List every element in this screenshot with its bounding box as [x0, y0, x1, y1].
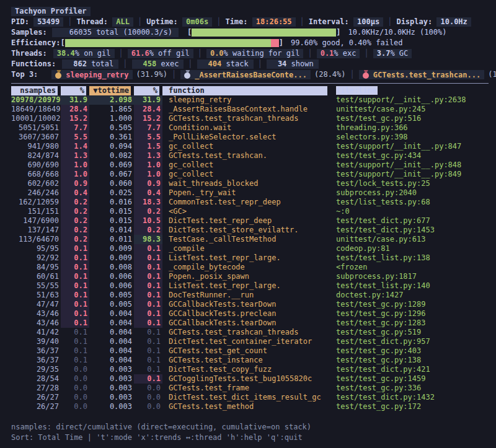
file-line: test/test_dict.py:957 [336, 337, 489, 346]
header-nsamples[interactable]: nsamples [11, 86, 58, 95]
functions-row: Functions: 862 total │ 458 exec │ 404 st… [11, 59, 496, 69]
shown-value: 34 [278, 59, 286, 68]
top3-item-2[interactable]: _AssertRaisesBaseConte... [180, 70, 311, 79]
table-row[interactable]: 51/630.10.0050.1DocTestRunner.__rundocte… [11, 291, 489, 300]
function-name: GCTests.test_trashcan_threads [162, 114, 336, 123]
pct-cumulative: 10.5 [134, 216, 162, 226]
pid-value: 53499 [33, 17, 63, 27]
pct-cumulative: 0.1 [134, 263, 162, 272]
tottime: 0.005 [89, 300, 134, 309]
table-row[interactable]: 84/950.10.0080.1_compile_bytecode<frozen… [11, 263, 489, 272]
nsamples: 43/46 [11, 309, 61, 318]
pct-cumulative: 0.1 [134, 244, 162, 253]
top3-pct-3: (15.2%) [488, 69, 496, 80]
table-row[interactable]: 43/460.10.0040.1GCCallbackTests.preclean… [11, 309, 489, 318]
function-name: gc_collect [162, 142, 336, 151]
table-row[interactable]: 28/540.00.0030.1GCTogglingTests.test_bug… [11, 374, 489, 384]
pct-direct: 0.1 [61, 318, 89, 328]
top3-item-1[interactable]: sleeping_retry [51, 70, 132, 79]
exec-value: 458 [143, 59, 157, 68]
table-row[interactable]: 29/350.00.0030.1DictTest.test_copy_fuzzt… [11, 365, 489, 374]
table-row[interactable]: 668/6681.00.0671.0gc_collecttest/support… [11, 170, 489, 179]
tottime: 0.082 [89, 151, 134, 160]
table-row[interactable]: 147/69000.20.01510.5DictTest.test_repr_d… [11, 216, 489, 226]
table-row[interactable]: 39/400.10.0040.1DictTest.test_container_… [11, 337, 489, 346]
separator: │ [388, 17, 392, 27]
table-row[interactable]: 137/1470.20.0140.2DictTest.test_store_ev… [11, 226, 489, 235]
title-bar: Tachyon Profiler [11, 6, 496, 17]
pct-direct: 1.0 [61, 160, 89, 170]
table-header: nsamples % ▼tottime % function file:line [11, 86, 489, 95]
table-row[interactable]: 5051/50517.70.5057.7Condition.waitthread… [11, 123, 489, 133]
pct-cumulative: 0.0 [134, 393, 162, 402]
table-row[interactable]: 20978/2097931.92.09831.9sleeping_retryte… [11, 95, 489, 105]
table-row[interactable]: 941/9801.40.0941.5gc_collecttest/support… [11, 142, 489, 151]
separator: │ [308, 48, 312, 59]
table-row[interactable]: 36/370.10.0040.1GCTests.test_instancetes… [11, 356, 489, 365]
header-pct-direct[interactable]: % [61, 86, 86, 95]
thread-value[interactable]: ALL [112, 17, 133, 27]
table-row[interactable]: 27/280.00.0030.0GCTests.test_frametest/t… [11, 384, 489, 393]
table-row[interactable]: 690/6901.00.0691.0gc_collecttest/support… [11, 160, 489, 170]
pct-direct: 0.2 [61, 235, 89, 244]
samples-row: Samples: 66035 total (10000.3/s) [ ] 10.… [11, 27, 496, 38]
file-line: test/test_gc.py:172 [336, 402, 489, 411]
table-row[interactable]: 55/550.10.0060.1ListTest.test_repr_large… [11, 281, 489, 291]
separator: │ [172, 69, 176, 80]
table-row[interactable]: 113/646700.20.01198.3TestCase._callTestM… [11, 235, 489, 244]
top3-item-3[interactable]: GCTests.test_trashcan... [359, 70, 484, 79]
table-row[interactable]: 36/370.10.0040.1GCTests.test_get_countte… [11, 346, 489, 356]
separator: │ [364, 48, 368, 59]
table-row[interactable]: 26/270.00.0030.0DictTest.test_dict_items… [11, 393, 489, 402]
threads-waiting: 0.0% waiting for gil [206, 49, 304, 58]
nsamples: 95/95 [11, 244, 61, 253]
separator: │ [119, 48, 123, 59]
header-pct-cumulative[interactable]: % [134, 86, 159, 95]
table-row[interactable]: 3607/36075.50.3615.5_PollLikeSelector.se… [11, 133, 489, 142]
nsamples: 246/246 [11, 188, 61, 198]
tottime: 0.067 [89, 170, 134, 179]
table-row[interactable]: 246/2460.40.0250.4Popen._try_waitsubproc… [11, 188, 489, 198]
table-body: 20978/2097931.92.09831.9sleeping_retryte… [11, 95, 489, 411]
function-name: Popen._try_wait [162, 188, 336, 198]
top3-label: Top 3: [11, 69, 38, 80]
tottime: 0.004 [89, 328, 134, 337]
pct-direct: 0.1 [61, 300, 89, 309]
off-gil-suffix: % off gil [149, 49, 190, 58]
nsamples: 10001/10002 [11, 114, 61, 123]
table-row[interactable]: 60/610.10.0060.1Popen._posix_spawnsubpro… [11, 272, 489, 281]
function-name: DictTest.test_repr_deep [162, 216, 336, 226]
table-row[interactable]: 41/420.10.0040.1GCTests.test_trashcan_th… [11, 328, 489, 337]
table-row[interactable]: 92/920.10.0090.1ListTest.test_repr_large… [11, 253, 489, 263]
table-row[interactable]: 95/950.10.0090.1_compilecodeop.py:81 [11, 244, 489, 253]
header-file-line[interactable]: file:line [336, 86, 489, 95]
pct-direct: 0.1 [61, 244, 89, 253]
gc-value: 3.7 [377, 49, 391, 58]
function-name: ListTest.test_repr_large.<locals>.check [162, 281, 336, 291]
table-row[interactable]: 162/120590.20.01618.3CommonTest.test_rep… [11, 198, 489, 207]
table-row[interactable]: 602/6020.90.0600.9wait_threads_blockedte… [11, 179, 489, 188]
pct-direct: 0.2 [61, 207, 89, 216]
file-line: test/test_list.py:140 [336, 281, 489, 291]
pct-direct: 5.5 [61, 133, 89, 142]
table-row[interactable]: 824/8741.30.0821.3GCTests.test_trashcan.… [11, 151, 489, 160]
file-line: test/test_dict.py:1453 [336, 226, 489, 235]
file-line: threading.py:366 [336, 123, 489, 133]
efficiency-result: 99.60% good, 0.40% failed [291, 38, 403, 48]
file-line: test/test_dict.py:677 [336, 216, 489, 226]
table-row[interactable]: 10001/1000215.21.00015.2GCTests.test_tra… [11, 114, 489, 123]
table-row[interactable]: 47/470.10.0050.1GCCallbackTests.tearDown… [11, 300, 489, 309]
header-tottime-sorted[interactable]: ▼tottime [89, 86, 131, 95]
header-function[interactable]: function [162, 86, 327, 95]
uptime-label: Uptime: [146, 17, 178, 27]
functions-exec: 458 exec [132, 59, 184, 69]
function-name: DictTest.test_copy_fuzz [162, 365, 336, 374]
table-row[interactable]: 26/270.00.0030.0GCTests.test_methodtest/… [11, 402, 489, 411]
table-row[interactable]: 18649/1864928.41.86528.4_AssertRaisesBas… [11, 105, 489, 114]
file-line: doctest.py:1427 [336, 291, 489, 300]
pct-cumulative: 0.1 [134, 346, 162, 356]
table-row[interactable]: 43/460.10.0040.1GCCallbackTests.tearDown… [11, 318, 489, 328]
table-row[interactable]: 151/1510.20.0150.2<GC>~:0 [11, 207, 489, 216]
pct-cumulative: 1.0 [134, 160, 162, 170]
thread-label: Thread: [77, 17, 108, 27]
